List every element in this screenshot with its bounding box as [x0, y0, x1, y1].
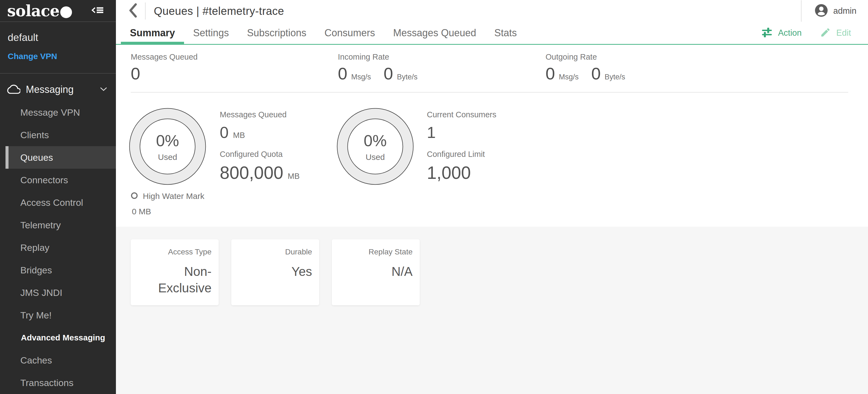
collapse-sidebar-button[interactable]	[91, 5, 104, 17]
summary-content: Messages Queued 0 Incoming Rate 0Msg/s 0…	[116, 45, 868, 394]
tab-label: Stats	[494, 27, 517, 39]
sidebar-item-label: Connectors	[20, 175, 68, 185]
sidebar-item-access-control[interactable]: Access Control	[0, 191, 116, 214]
quota-usage-gauge: 0% Used	[129, 108, 206, 185]
sidebar-item-jms-jndi[interactable]: JMS JNDI	[0, 281, 116, 304]
metric-value: 0	[220, 123, 228, 142]
sidebar: solace● default Change VPN	[0, 0, 116, 394]
tab-label: Settings	[193, 27, 229, 39]
high-water-mark: High Water Mark 0 MB	[131, 191, 205, 216]
metric-value: 1	[427, 123, 436, 142]
app-root: solace● default Change VPN	[0, 0, 868, 394]
sidebar-item-label: Bridges	[20, 265, 52, 276]
chevron-down-icon	[99, 87, 108, 93]
sidebar-subsection-advanced-messaging: Advanced Messaging	[0, 326, 116, 349]
back-chevron-icon	[128, 3, 137, 19]
card-label: Durable	[239, 247, 312, 256]
tab-label: Messages Queued	[393, 27, 476, 39]
sidebar-logo-row: solace●	[0, 0, 116, 22]
user-menu[interactable]: admin	[815, 4, 857, 18]
sidebar-item-bridges[interactable]: Bridges	[0, 259, 116, 281]
sidebar-item-label: Clients	[20, 130, 49, 141]
stat-unit: Msg/s	[559, 73, 579, 81]
metric-value: 800,000	[220, 163, 283, 183]
tab-settings[interactable]: Settings	[184, 22, 238, 44]
stat-unit: Byte/s	[604, 73, 625, 81]
tab-label: Consumers	[324, 27, 375, 39]
sidebar-item-telemetry[interactable]: Telemetry	[0, 214, 116, 236]
stat-value: 0	[591, 64, 601, 83]
stat-unit: Byte/s	[397, 73, 417, 81]
stat-messages-queued: Messages Queued 0	[131, 53, 197, 83]
high-water-mark-icon	[131, 192, 138, 200]
sidebar-item-label: Message VPN	[20, 107, 80, 118]
stat-value: 0	[131, 64, 140, 83]
pencil-icon	[820, 27, 831, 39]
tab-label: Summary	[130, 27, 175, 39]
title-row: Queues | #telemetry-trace admin	[116, 0, 868, 22]
tab-summary[interactable]: Summary	[121, 22, 184, 44]
back-button[interactable]	[126, 3, 140, 19]
card-label: Replay State	[339, 247, 412, 256]
sidebar-section-messaging[interactable]: Messaging	[0, 78, 116, 101]
sidebar-item-queues[interactable]: Queues	[5, 146, 116, 169]
metric-label: Configured Quota	[220, 150, 300, 159]
vpn-name: default	[8, 32, 108, 43]
high-water-mark-label: High Water Mark	[143, 191, 205, 201]
sidebar-item-caches[interactable]: Caches	[0, 349, 116, 371]
gauge-caption: Used	[366, 152, 385, 162]
action-button[interactable]: Action	[762, 27, 802, 39]
logo-text: solace	[7, 2, 59, 20]
sidebar-item-label: Caches	[20, 355, 52, 366]
gauge-caption: Used	[158, 152, 177, 162]
tab-consumers[interactable]: Consumers	[315, 22, 384, 44]
tabs-row: Summary Settings Subscriptions Consumers…	[116, 22, 868, 45]
tabs: Summary Settings Subscriptions Consumers…	[121, 22, 526, 44]
sidebar-item-replay[interactable]: Replay	[0, 236, 116, 259]
solace-logo: solace●	[7, 2, 72, 20]
title-divider	[145, 2, 146, 20]
gauge-percent: 0%	[156, 131, 179, 150]
sidebar-item-transactions[interactable]: Transactions	[0, 371, 116, 394]
tab-subscriptions[interactable]: Subscriptions	[238, 22, 315, 44]
stat-value: 0	[384, 64, 393, 83]
sliders-icon	[762, 27, 772, 39]
lower-section-background	[116, 227, 868, 394]
user-divider	[801, 0, 802, 22]
sidebar-item-message-vpn[interactable]: Message VPN	[0, 101, 116, 124]
consumers-gauge-metrics: Current Consumers 1 Configured Limit 1,0…	[427, 110, 496, 191]
sidebar-item-label: Queues	[20, 152, 53, 163]
stat-label: Outgoing Rate	[546, 53, 625, 62]
tab-stats[interactable]: Stats	[485, 22, 526, 44]
metric-label: Current Consumers	[427, 110, 496, 119]
card-access-type: Access Type Non-Exclusive	[131, 239, 219, 305]
sidebar-item-label: Transactions	[20, 377, 73, 388]
vpn-block: default Change VPN	[0, 22, 116, 73]
main-area: Queues | #telemetry-trace admin Summary …	[116, 0, 868, 394]
high-water-mark-value: 0 MB	[131, 207, 205, 216]
stat-label: Messages Queued	[131, 53, 197, 62]
sidebar-item-clients[interactable]: Clients	[0, 124, 116, 146]
quota-gauge-metrics: Messages Queued 0MB Configured Quota 800…	[220, 110, 300, 191]
gauge-percent: 0%	[364, 131, 387, 150]
edit-button[interactable]: Edit	[820, 27, 851, 39]
edit-label: Edit	[836, 28, 851, 38]
stat-unit: Msg/s	[351, 73, 371, 81]
card-durable: Durable Yes	[231, 239, 319, 305]
page-title: Queues | #telemetry-trace	[154, 5, 284, 17]
tab-messages-queued[interactable]: Messages Queued	[384, 22, 485, 44]
toolbar: Action Edit	[762, 22, 868, 44]
card-value: Non-Exclusive	[138, 264, 212, 297]
tab-label: Subscriptions	[247, 27, 306, 39]
change-vpn-link[interactable]: Change VPN	[8, 52, 108, 61]
sidebar-item-label: Try Me!	[20, 310, 52, 321]
logo-dot: ●	[59, 2, 72, 20]
stat-value: 0	[338, 64, 347, 83]
metric-label: Configured Limit	[427, 150, 496, 159]
stat-outgoing-rate: Outgoing Rate 0Msg/s 0Byte/s	[546, 53, 625, 83]
card-replay-state: Replay State N/A	[332, 239, 420, 305]
sidebar-item-connectors[interactable]: Connectors	[0, 169, 116, 191]
sidebar-item-try-me[interactable]: Try Me!	[0, 304, 116, 326]
user-name: admin	[833, 6, 857, 16]
card-label: Access Type	[138, 247, 212, 256]
